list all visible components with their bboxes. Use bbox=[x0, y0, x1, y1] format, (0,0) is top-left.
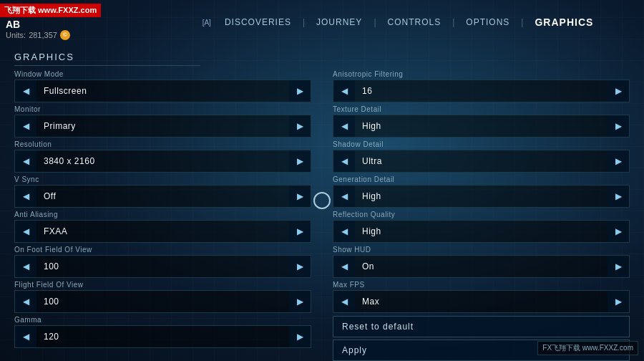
nav-key-a: [A] bbox=[203, 19, 211, 27]
prev-monitor[interactable]: ◀ bbox=[15, 115, 36, 137]
value-show-hud: On bbox=[355, 261, 608, 271]
row-anti-aliasing: ◀ FXAA ▶ bbox=[14, 220, 311, 243]
prev-generation-detail[interactable]: ◀ bbox=[333, 186, 355, 207]
two-col: Window Mode ◀ Fullscreen ▶ Monitor ◀ Pri… bbox=[14, 70, 630, 361]
units-row: Units: 281,357 © bbox=[6, 30, 152, 40]
value-reflection-quality: High bbox=[355, 226, 608, 236]
setting-group-fov-flight: Flight Field of View ◀ 100 ▶ bbox=[14, 281, 311, 313]
label-show-hud: Show HUD bbox=[333, 246, 630, 254]
prev-resolution[interactable]: ◀ bbox=[15, 150, 36, 172]
circle-decoration bbox=[313, 192, 331, 209]
next-fov-foot[interactable]: ▶ bbox=[289, 256, 311, 277]
top-bar: 飞翔下载 www.FXXZ.com AB Units: 281,357 © [A… bbox=[0, 0, 644, 44]
next-monitor[interactable]: ▶ bbox=[289, 115, 311, 137]
right-col: Anisotropic Filtering ◀ 16 ▶ Texture Det… bbox=[333, 70, 630, 361]
next-show-hud[interactable]: ▶ bbox=[608, 256, 629, 277]
next-max-fps[interactable]: ▶ bbox=[608, 291, 629, 312]
left-col: Window Mode ◀ Fullscreen ▶ Monitor ◀ Pri… bbox=[14, 70, 311, 361]
prev-reflection-quality[interactable]: ◀ bbox=[333, 221, 355, 242]
label-max-fps: Max FPS bbox=[333, 281, 630, 289]
value-max-fps: Max bbox=[355, 297, 608, 307]
row-shadow-detail: ◀ Ultra ▶ bbox=[333, 150, 630, 173]
section-title: GRAPHICS bbox=[14, 52, 200, 66]
prev-shadow-detail[interactable]: ◀ bbox=[333, 150, 355, 172]
value-fov-flight: 100 bbox=[36, 297, 289, 307]
label-fov-foot: On Foot Field of View bbox=[14, 246, 311, 254]
nav-sep-3: | bbox=[452, 17, 454, 27]
value-shadow-detail: Ultra bbox=[355, 156, 608, 166]
row-anisotropic: ◀ 16 ▶ bbox=[333, 80, 630, 102]
prev-anti-aliasing[interactable]: ◀ bbox=[15, 221, 36, 242]
prev-vsync[interactable]: ◀ bbox=[15, 186, 36, 207]
next-texture-detail[interactable]: ▶ bbox=[608, 115, 629, 137]
nav-graphics[interactable]: GRAPHICS bbox=[529, 14, 599, 31]
next-generation-detail[interactable]: ▶ bbox=[608, 186, 629, 207]
next-shadow-detail[interactable]: ▶ bbox=[608, 150, 629, 172]
next-fov-flight[interactable]: ▶ bbox=[289, 291, 311, 312]
units-label: Units: bbox=[6, 31, 26, 39]
prev-gamma[interactable]: ◀ bbox=[15, 326, 36, 347]
setting-group-texture-detail: Texture Detail ◀ High ▶ bbox=[333, 105, 630, 138]
nav-sep-4: | bbox=[521, 17, 523, 27]
fxxz-logo: FX飞翔下载 www.FXXZ.com bbox=[537, 341, 638, 355]
nav-sep-2: | bbox=[374, 17, 376, 27]
setting-group-reflection-quality: Reflection Quality ◀ High ▶ bbox=[333, 211, 630, 243]
setting-group-shadow-detail: Shadow Detail ◀ Ultra ▶ bbox=[333, 140, 630, 173]
prev-max-fps[interactable]: ◀ bbox=[333, 291, 355, 312]
row-max-fps: ◀ Max ▶ bbox=[333, 290, 630, 313]
setting-group-fov-foot: On Foot Field of View ◀ 100 ▶ bbox=[14, 246, 311, 278]
prev-window-mode[interactable]: ◀ bbox=[15, 80, 36, 102]
prev-texture-detail[interactable]: ◀ bbox=[333, 115, 355, 137]
prev-fov-foot[interactable]: ◀ bbox=[15, 256, 36, 277]
watermark: 飞翔下载 www.FXXZ.com bbox=[0, 4, 101, 17]
label-gamma: Gamma bbox=[14, 316, 311, 324]
label-reflection-quality: Reflection Quality bbox=[333, 211, 630, 218]
units-value: 281,357 bbox=[29, 31, 57, 39]
value-texture-detail: High bbox=[355, 121, 608, 131]
prev-fov-flight[interactable]: ◀ bbox=[15, 291, 36, 312]
setting-group-resolution: Resolution ◀ 3840 x 2160 ▶ bbox=[14, 140, 311, 173]
row-fov-flight: ◀ 100 ▶ bbox=[14, 290, 311, 313]
row-resolution: ◀ 3840 x 2160 ▶ bbox=[14, 150, 311, 173]
label-resolution: Resolution bbox=[14, 140, 311, 148]
next-reflection-quality[interactable]: ▶ bbox=[608, 221, 629, 242]
label-generation-detail: Generation Detail bbox=[333, 175, 630, 183]
nav-journey[interactable]: JOURNEY bbox=[311, 14, 368, 30]
label-texture-detail: Texture Detail bbox=[333, 105, 630, 113]
row-reflection-quality: ◀ High ▶ bbox=[333, 220, 630, 243]
value-vsync: Off bbox=[36, 191, 289, 201]
setting-group-anisotropic: Anisotropic Filtering ◀ 16 ▶ bbox=[333, 70, 630, 102]
setting-group-show-hud: Show HUD ◀ On ▶ bbox=[333, 246, 630, 278]
next-anisotropic[interactable]: ▶ bbox=[608, 80, 629, 102]
next-vsync[interactable]: ▶ bbox=[289, 186, 311, 207]
label-fov-flight: Flight Field of View bbox=[14, 281, 311, 289]
row-generation-detail: ◀ High ▶ bbox=[333, 185, 630, 208]
label-monitor: Monitor bbox=[14, 105, 311, 113]
nav-options[interactable]: OPTIONS bbox=[460, 14, 515, 30]
label-vsync: V Sync bbox=[14, 175, 311, 183]
value-monitor: Primary bbox=[36, 121, 289, 131]
label-window-mode: Window Mode bbox=[14, 70, 311, 78]
setting-group-max-fps: Max FPS ◀ Max ▶ bbox=[333, 281, 630, 313]
value-gamma: 120 bbox=[36, 332, 289, 342]
nav-discoveries[interactable]: DISCOVERIES bbox=[219, 14, 297, 30]
row-fov-foot: ◀ 100 ▶ bbox=[14, 255, 311, 278]
setting-group-vsync: V Sync ◀ Off ▶ bbox=[14, 175, 311, 208]
next-resolution[interactable]: ▶ bbox=[289, 150, 311, 172]
reset-button[interactable]: Reset to default bbox=[333, 316, 630, 337]
setting-group-gamma: Gamma ◀ 120 ▶ bbox=[14, 316, 311, 348]
prev-show-hud[interactable]: ◀ bbox=[333, 256, 355, 277]
next-anti-aliasing[interactable]: ▶ bbox=[289, 221, 311, 242]
nav-sep-1: | bbox=[303, 17, 305, 27]
top-bar-left: 飞翔下载 www.FXXZ.com AB Units: 281,357 © bbox=[0, 0, 157, 44]
prev-anisotropic[interactable]: ◀ bbox=[333, 80, 355, 102]
player-name: AB bbox=[6, 19, 152, 30]
next-gamma[interactable]: ▶ bbox=[289, 326, 311, 347]
setting-group-monitor: Monitor ◀ Primary ▶ bbox=[14, 105, 311, 138]
row-show-hud: ◀ On ▶ bbox=[333, 255, 630, 278]
next-window-mode[interactable]: ▶ bbox=[289, 80, 311, 102]
value-resolution: 3840 x 2160 bbox=[36, 156, 289, 166]
label-anti-aliasing: Anti Aliasing bbox=[14, 211, 311, 218]
nav-controls[interactable]: CONTROLS bbox=[382, 14, 447, 30]
nav-bar: [A] DISCOVERIES | JOURNEY | CONTROLS | O… bbox=[157, 0, 644, 44]
